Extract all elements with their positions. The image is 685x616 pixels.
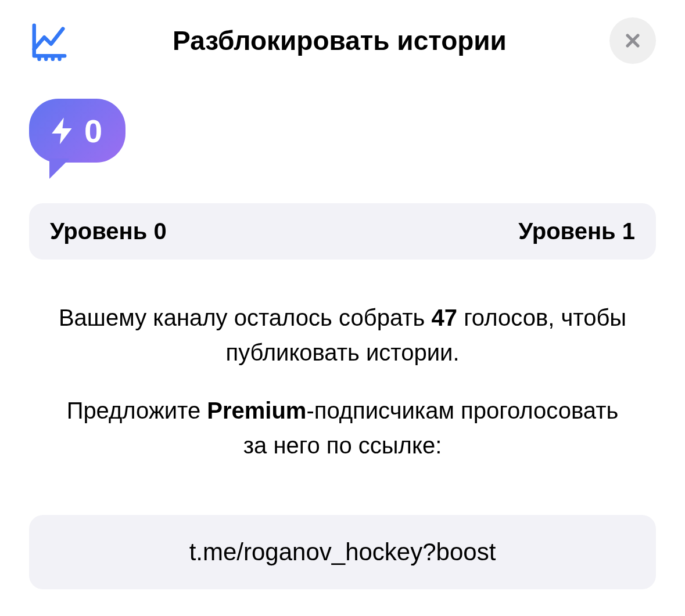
boost-link-box[interactable]: t.me/roganov_hockey?boost	[29, 515, 656, 589]
desc-p2-premium: Premium	[207, 398, 306, 423]
close-icon	[622, 30, 643, 51]
boost-link-text: t.me/roganov_hockey?boost	[189, 538, 496, 565]
desc-p1-pre: Вашему каналу осталось собрать	[59, 305, 432, 330]
level-current: Уровень 0	[50, 218, 167, 244]
level-next: Уровень 1	[518, 218, 635, 244]
close-button[interactable]	[609, 17, 656, 64]
stats-icon	[29, 20, 70, 61]
description-text: Вашему каналу осталось собрать 47 голосо…	[29, 300, 656, 463]
page-title: Разблокировать истории	[70, 25, 609, 56]
desc-p2-pre: Предложите	[67, 398, 207, 423]
desc-p1-votes: 47	[432, 305, 458, 330]
level-progress-bar: Уровень 0 Уровень 1	[29, 203, 656, 260]
header: Разблокировать истории	[29, 17, 656, 64]
boost-count: 0	[84, 112, 102, 150]
boost-badge: 0	[29, 99, 151, 192]
bolt-icon	[46, 115, 78, 147]
